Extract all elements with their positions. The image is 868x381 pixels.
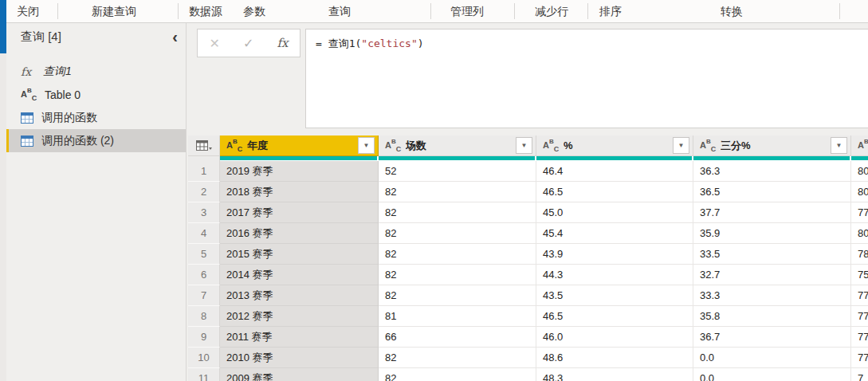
table-cell[interactable]: 45.4 <box>536 223 693 244</box>
table-cell[interactable]: 77 <box>851 202 868 223</box>
query-list-item[interactable]: 调用的函数 <box>6 106 186 129</box>
column-filter-dropdown[interactable]: ▼ <box>673 137 689 154</box>
table-cell[interactable]: 82 <box>379 202 536 223</box>
table-cell[interactable]: 33.5 <box>693 244 851 265</box>
column-filter-dropdown[interactable]: ▼ <box>831 137 847 154</box>
table-cell[interactable]: 0.0 <box>693 368 851 381</box>
column-header-%[interactable]: ABC%▼ <box>536 136 693 156</box>
table-cell[interactable]: 2012 赛季 <box>220 306 379 327</box>
table-cell[interactable]: 35.9 <box>693 223 851 244</box>
table-cell[interactable]: 46.5 <box>536 182 693 202</box>
table-cell[interactable]: 45.0 <box>536 202 693 223</box>
ribbon-group-3[interactable]: 数据源 <box>189 0 222 22</box>
table-cell[interactable]: 2009 赛季 <box>220 368 379 381</box>
row-number[interactable]: 1 <box>188 161 220 182</box>
ribbon-group-4[interactable]: 参数 <box>243 0 265 22</box>
query-list-item[interactable]: 调用的函数 (2) <box>6 129 186 152</box>
row-number[interactable]: 8 <box>188 306 220 327</box>
table-cell[interactable]: 35.8 <box>693 306 851 327</box>
table-cell[interactable]: 33.3 <box>693 285 851 306</box>
table-cell[interactable]: 36.3 <box>693 161 851 182</box>
column-header-clipped[interactable]: ABC <box>851 136 868 156</box>
column-type-icon: ABC <box>226 138 242 153</box>
query-list-item[interactable]: fx查询1 <box>6 60 186 83</box>
formula-input[interactable]: = 查询1("celtics") <box>305 29 868 128</box>
ribbon-group-5[interactable]: 查询 <box>328 0 351 22</box>
confirm-formula-icon[interactable]: ✓ <box>243 36 253 51</box>
table-cell[interactable]: 82 <box>379 265 536 285</box>
fx-icon[interactable]: fx <box>277 36 288 50</box>
table-cell[interactable]: 46.4 <box>536 161 693 182</box>
table-cell[interactable]: 2019 赛季 <box>220 161 379 182</box>
table-cell[interactable]: 2010 赛季 <box>220 348 379 368</box>
row-number[interactable]: 5 <box>188 244 220 265</box>
table-cell[interactable]: 2013 赛季 <box>220 285 379 306</box>
table-cell[interactable]: 2018 赛季 <box>220 182 379 202</box>
table-cell[interactable]: 2016 赛季 <box>220 223 379 244</box>
row-number[interactable]: 11 <box>188 368 220 381</box>
table-cell[interactable]: 52 <box>379 161 536 182</box>
table-cell[interactable]: 36.7 <box>693 327 851 348</box>
query-list-item[interactable]: ABCTable 0 <box>6 83 186 106</box>
table-cell[interactable]: 82 <box>379 244 536 265</box>
ribbon-group-9[interactable]: 转换 <box>721 0 743 22</box>
cancel-formula-icon[interactable]: ✕ <box>210 36 220 51</box>
row-number[interactable]: 9 <box>188 327 220 348</box>
column-header-三分%[interactable]: ABC三分%▼ <box>693 136 851 156</box>
column-type-icon: ABC <box>858 138 868 153</box>
table-cell[interactable]: 44.3 <box>536 265 693 285</box>
table-cell[interactable]: 82 <box>379 368 536 381</box>
table-cell[interactable]: 77 <box>851 327 868 348</box>
table-cell[interactable]: 66 <box>379 327 536 348</box>
table-cell[interactable]: 82 <box>379 182 536 202</box>
select-all-corner-button[interactable] <box>188 136 220 156</box>
ribbon-group-6[interactable]: 管理列 <box>450 0 484 22</box>
table-cell[interactable]: 80 <box>851 161 868 182</box>
table-cell[interactable]: 81 <box>379 306 536 327</box>
row-number[interactable]: 10 <box>188 348 220 368</box>
table-cell[interactable]: 46.0 <box>536 327 693 348</box>
table-cell[interactable]: 36.5 <box>693 182 851 202</box>
column-header-年度[interactable]: ABC年度▼ <box>220 136 379 156</box>
table-cell[interactable]: 48.6 <box>536 348 693 368</box>
table-row: 62014 赛季8244.332.775 <box>188 265 868 285</box>
table-cell[interactable]: 48.3 <box>536 368 693 381</box>
data-preview-grid: ABC年度▼ABC场数▼ABC%▼ABC三分%▼ABC12019 赛季5246.… <box>188 136 868 381</box>
table-cell[interactable]: 7 <box>851 368 868 381</box>
table-cell[interactable]: 43.9 <box>536 244 693 265</box>
table-cell[interactable]: 32.7 <box>693 265 851 285</box>
collapse-pane-icon[interactable]: ‹ <box>172 26 178 47</box>
table-cell[interactable]: 75 <box>851 265 868 285</box>
table-cell[interactable]: 78 <box>851 244 868 265</box>
row-number[interactable]: 7 <box>188 285 220 306</box>
column-header-场数[interactable]: ABC场数▼ <box>379 136 536 156</box>
row-number[interactable]: 6 <box>188 265 220 285</box>
table-cell[interactable]: 0.0 <box>693 348 851 368</box>
table-cell[interactable]: 77 <box>851 348 868 368</box>
row-number[interactable]: 2 <box>188 182 220 202</box>
column-filter-dropdown[interactable]: ▼ <box>358 137 375 154</box>
ribbon-group-2[interactable]: 新建查询 <box>92 0 136 22</box>
row-number[interactable]: 4 <box>188 223 220 244</box>
formula-bar-buttons: ✕ ✓ fx <box>197 29 300 57</box>
table-cell[interactable]: 82 <box>379 223 536 244</box>
quality-bar-segment <box>379 156 536 160</box>
table-cell[interactable]: 37.7 <box>693 202 851 223</box>
table-cell[interactable]: 82 <box>379 285 536 306</box>
ribbon-group-1[interactable]: 关闭 <box>17 0 39 22</box>
table-cell[interactable]: 80 <box>851 223 868 244</box>
table-cell[interactable]: 82 <box>379 348 536 368</box>
ribbon-group-7[interactable]: 减少行 <box>535 0 568 22</box>
table-cell[interactable]: 2015 赛季 <box>220 244 379 265</box>
table-cell[interactable]: 77 <box>851 285 868 306</box>
ribbon-group-8[interactable]: 排序 <box>599 0 622 22</box>
table-cell[interactable]: 2014 赛季 <box>220 265 379 285</box>
table-cell[interactable]: 2011 赛季 <box>220 327 379 348</box>
table-cell[interactable]: 43.5 <box>536 285 693 306</box>
column-filter-dropdown[interactable]: ▼ <box>516 137 532 154</box>
row-number[interactable]: 3 <box>188 202 220 223</box>
table-cell[interactable]: 46.5 <box>536 306 693 327</box>
table-cell[interactable]: 2017 赛季 <box>220 202 379 223</box>
table-cell[interactable]: 77 <box>851 306 868 327</box>
table-cell[interactable]: 80 <box>851 182 868 202</box>
